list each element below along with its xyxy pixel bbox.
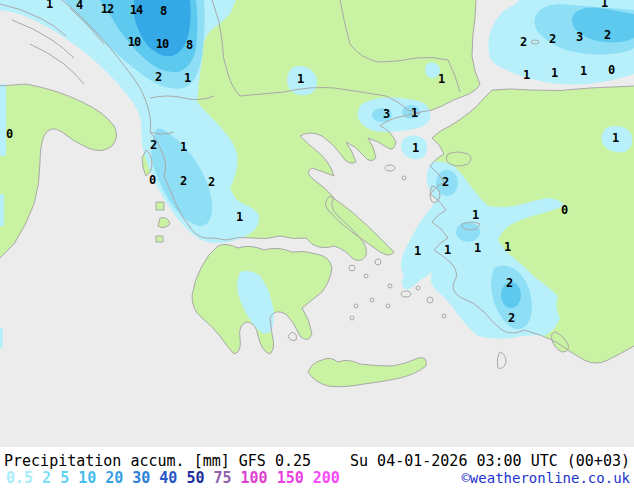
copyright-watermark: ©weatheronline.co.uk (461, 470, 630, 486)
scale-value: 200 (313, 469, 340, 487)
map-title: Precipitation accum. [mm] GFS 0.25 (4, 452, 311, 470)
scale-value: 20 (105, 469, 123, 487)
precipitation-map: 1412148101082101210221311211223211101011… (0, 0, 634, 447)
color-scale: 0.525102030405075100150200 (6, 469, 349, 487)
legend-bar: Precipitation accum. [mm] GFS 0.25 Su 04… (0, 447, 634, 490)
scale-value: 5 (60, 469, 69, 487)
scale-value: 0.5 (6, 469, 33, 487)
scale-value: 50 (186, 469, 204, 487)
weather-map-screenshot: 1412148101082101210221311211223211101011… (0, 0, 634, 490)
scale-value: 75 (213, 469, 231, 487)
scale-value: 30 (132, 469, 150, 487)
scale-value: 100 (241, 469, 268, 487)
scale-value: 2 (42, 469, 51, 487)
scale-value: 150 (277, 469, 304, 487)
scale-value: 10 (78, 469, 96, 487)
scale-value: 40 (159, 469, 177, 487)
forecast-datetime: Su 04-01-2026 03:00 UTC (00+03) (350, 452, 630, 470)
